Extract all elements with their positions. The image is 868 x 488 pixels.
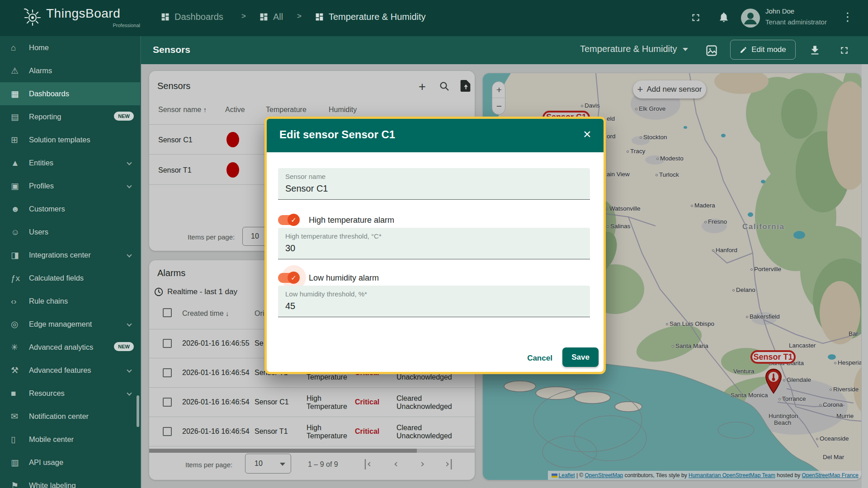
advanced-analytics-icon: ✳	[11, 342, 29, 352]
sensor-name-field[interactable]: Sensor name Sensor C1	[278, 168, 590, 200]
calculated-fields-icon: ƒx	[11, 273, 29, 283]
new-badge: NEW	[114, 112, 134, 121]
sidebar-item-resources[interactable]: ■Resources	[0, 382, 140, 405]
sidebar-item-label: Rule chains	[29, 297, 68, 305]
dashboard-state-select[interactable]: Temperature & Humidity	[580, 44, 688, 54]
toggle-label: High temperature alarm	[309, 216, 394, 225]
field-label: Low humidity threshold, %*	[285, 290, 583, 298]
mobile-center-icon: ▯	[11, 434, 29, 445]
sidebar-item-dashboards[interactable]: ▦Dashboards	[0, 82, 140, 105]
dialog-title: Edit sensor Sensor C1	[279, 128, 395, 141]
sidebar-item-label: Dashboards	[29, 89, 69, 98]
download-icon[interactable]	[809, 44, 821, 56]
breadcrumb-separator: >	[297, 12, 302, 21]
close-icon[interactable]: ×	[583, 127, 591, 142]
logo-edition: Professional	[75, 23, 140, 28]
breadcrumb-label: All	[273, 12, 283, 22]
save-button[interactable]: Save	[562, 347, 599, 367]
advanced-features-icon: ⚒	[11, 365, 29, 375]
breadcrumb-current-dashboard[interactable]: Temperature & Humidity	[315, 12, 426, 22]
fullscreen-icon[interactable]	[839, 45, 850, 56]
sidebar-item-profiles[interactable]: ▣Profiles	[0, 174, 140, 197]
sidebar-item-label: Home	[29, 43, 49, 52]
dashboard-icon	[259, 12, 269, 22]
sidebar-item-rule-chains[interactable]: ‹›Rule chains	[0, 290, 140, 313]
sidebar-item-label: Resources	[29, 389, 65, 398]
low-humidity-threshold-field[interactable]: Low humidity threshold, %* 45	[278, 286, 590, 317]
sidebar-item-label: Edge management	[29, 320, 92, 328]
sidebar-item-label: Notification center	[29, 412, 89, 421]
chevron-down-icon	[127, 183, 132, 188]
sidebar-item-label: API usage	[29, 458, 63, 467]
sidebar: ⌂Home⚠Alarms▦Dashboards▤ReportingNEW⊞Sol…	[0, 36, 141, 488]
sidebar-item-label: Entities	[29, 159, 53, 167]
sidebar-item-advanced-features[interactable]: ⚒Advanced features	[0, 359, 140, 382]
sidebar-item-reporting[interactable]: ▤ReportingNEW	[0, 105, 140, 128]
low-humidity-alarm-toggle[interactable]: ✓	[278, 273, 299, 283]
image-gallery-icon[interactable]	[705, 44, 718, 57]
high-temperature-threshold-field[interactable]: High temperature threshold, °C* 30	[278, 228, 590, 259]
pencil-icon	[740, 46, 747, 54]
high-temperature-alarm-row: ✓ High temperature alarm	[278, 214, 394, 226]
dashboard-icon	[160, 12, 170, 22]
sidebar-item-label: Customers	[29, 205, 65, 213]
sidebar-item-label: Calculated fields	[29, 274, 84, 282]
solution-templates-icon: ⊞	[11, 135, 29, 145]
high-temperature-alarm-toggle[interactable]: ✓	[278, 215, 299, 225]
avatar[interactable]	[741, 8, 760, 28]
sidebar-item-edge-management[interactable]: ◎Edge management	[0, 313, 140, 336]
sidebar-item-white-labeling[interactable]: ⚑White labeling	[0, 474, 140, 488]
cancel-button[interactable]: Cancel	[523, 351, 557, 366]
breadcrumb-all[interactable]: All	[259, 12, 283, 22]
api-usage-icon: ▥	[11, 457, 29, 468]
sidebar-item-label: Alarms	[29, 66, 52, 75]
sidebar-item-entities[interactable]: ▲Entities	[0, 151, 140, 174]
white-labeling-icon: ⚑	[11, 480, 29, 488]
field-value: 30	[285, 243, 583, 253]
field-value: Sensor C1	[285, 183, 583, 194]
breadcrumb-label: Temperature & Humidity	[329, 12, 426, 22]
dashboard-toolbar: Sensors Temperature & Humidity Edit mode	[141, 36, 868, 64]
toggle-label: Low humidity alarm	[309, 273, 379, 283]
chevron-down-icon	[127, 321, 132, 326]
rule-chains-icon: ‹›	[11, 296, 29, 306]
field-label: Sensor name	[285, 173, 583, 180]
sidebar-item-label: White labeling	[29, 481, 76, 488]
users-icon: ☺	[11, 227, 29, 237]
sidebar-item-home[interactable]: ⌂Home	[0, 36, 140, 59]
home-icon: ⌂	[11, 43, 29, 53]
sidebar-item-api-usage[interactable]: ▥API usage	[0, 451, 140, 474]
sidebar-item-calculated-fields[interactable]: ƒxCalculated fields	[0, 267, 140, 290]
sidebar-item-alarms[interactable]: ⚠Alarms	[0, 59, 140, 82]
sidebar-item-customers[interactable]: ☻Customers	[0, 197, 140, 221]
low-humidity-alarm-row: ✓ Low humidity alarm	[278, 272, 379, 284]
thingsboard-logo[interactable]: ThingsBoard Professional	[22, 6, 120, 27]
sidebar-item-label: Profiles	[29, 182, 54, 190]
integrations-center-icon: ◨	[11, 250, 29, 260]
sidebar-item-integrations-center[interactable]: ◨Integrations center	[0, 244, 140, 267]
sidebar-item-mobile-center[interactable]: ▯Mobile center	[0, 428, 140, 451]
dialog-header: Edit sensor Sensor C1 ×	[267, 119, 604, 152]
breadcrumb-dashboards[interactable]: Dashboards	[160, 12, 223, 22]
new-badge: NEW	[114, 342, 134, 351]
dashboards-icon: ▦	[11, 89, 29, 99]
edge-management-icon: ◎	[11, 319, 29, 329]
field-label: High temperature threshold, °C*	[285, 232, 583, 240]
notification-center-icon: ✉	[11, 411, 29, 422]
sidebar-item-advanced-analytics[interactable]: ✳Advanced analyticsNEW	[0, 336, 140, 359]
edit-mode-button[interactable]: Edit mode	[730, 40, 796, 60]
edit-mode-label: Edit mode	[751, 45, 786, 54]
edit-sensor-dialog: Edit sensor Sensor C1 × Sensor name Sens…	[264, 117, 606, 374]
user-role: Tenant administrator	[765, 18, 827, 26]
sidebar-item-solution-templates[interactable]: ⊞Solution templates	[0, 128, 140, 151]
sidebar-item-users[interactable]: ☺Users	[0, 221, 140, 244]
more-menu-icon[interactable]: ⋮	[842, 10, 854, 24]
dashboard-title: Sensors	[153, 44, 190, 55]
profiles-icon: ▣	[11, 181, 29, 191]
sidebar-item-notification-center[interactable]: ✉Notification center	[0, 405, 140, 428]
sidebar-scrollbar[interactable]	[137, 395, 139, 427]
notifications-bell-icon[interactable]	[718, 11, 730, 23]
fullscreen-icon[interactable]	[690, 12, 702, 23]
chevron-down-icon	[683, 48, 688, 51]
user-name: John Doe	[765, 7, 794, 15]
